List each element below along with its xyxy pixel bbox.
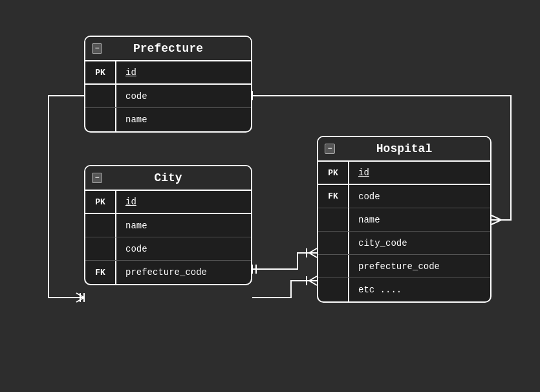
empty-key (318, 232, 349, 254)
svg-line-14 (76, 298, 84, 302)
svg-line-9 (309, 281, 317, 285)
empty-key (85, 237, 116, 260)
table-row: FK code (318, 185, 490, 208)
empty-key (318, 255, 349, 278)
pk-label: PK (85, 191, 116, 213)
field-id: id (116, 193, 251, 211)
field-id: id (116, 63, 251, 82)
svg-line-8 (309, 276, 317, 281)
fk-label: FK (318, 185, 349, 208)
field-prefecture-code: prefecture_code (349, 257, 490, 276)
city-header: City (85, 166, 251, 191)
empty-key (85, 108, 116, 131)
hospital-title: Hospital (376, 142, 432, 155)
table-row: prefecture_code (318, 255, 490, 278)
city-collapse-btn[interactable] (92, 173, 102, 183)
fk-label: FK (85, 261, 116, 284)
field-code: code (349, 188, 490, 206)
table-row: name (85, 214, 251, 237)
hospital-collapse-btn[interactable] (325, 144, 335, 154)
table-row: code (85, 237, 251, 261)
empty-key (85, 214, 116, 237)
hospital-table: Hospital PK id FK code name city_code pr… (317, 136, 491, 303)
city-table: City PK id name code FK prefecture_code (84, 165, 252, 285)
prefecture-table: Prefecture PK id code name (84, 36, 252, 133)
table-row: city_code (318, 232, 490, 255)
svg-line-13 (76, 293, 84, 298)
prefecture-header: Prefecture (85, 37, 251, 61)
table-row: PK id (318, 162, 490, 185)
svg-line-3 (309, 248, 317, 253)
pk-label: PK (85, 61, 116, 83)
table-row: PK id (85, 191, 251, 214)
svg-line-1 (491, 220, 501, 224)
city-title: City (154, 171, 182, 184)
pk-label: PK (318, 162, 349, 184)
table-row: FK prefecture_code (85, 261, 251, 284)
table-row: etc .... (318, 278, 490, 301)
empty-key (85, 85, 116, 107)
table-row: name (85, 108, 251, 131)
table-row: name (318, 208, 490, 232)
field-name: name (116, 111, 251, 129)
prefecture-title: Prefecture (133, 42, 203, 55)
prefecture-collapse-btn[interactable] (92, 43, 102, 54)
field-name: name (116, 217, 251, 235)
field-city-code: city_code (349, 234, 490, 252)
svg-line-4 (309, 253, 317, 257)
field-etc: etc .... (349, 281, 490, 299)
field-id: id (349, 164, 490, 182)
field-prefecture-code: prefecture_code (116, 263, 251, 281)
field-code: code (116, 240, 251, 258)
empty-key (318, 208, 349, 231)
table-row: code (85, 85, 251, 108)
field-name: name (349, 211, 490, 229)
hospital-header: Hospital (318, 137, 490, 162)
diagram-canvas: Prefecture PK id code name City PK id (0, 0, 540, 392)
empty-key (318, 278, 349, 301)
table-row: PK id (85, 61, 251, 85)
field-code: code (116, 87, 251, 105)
svg-line-0 (491, 215, 501, 220)
